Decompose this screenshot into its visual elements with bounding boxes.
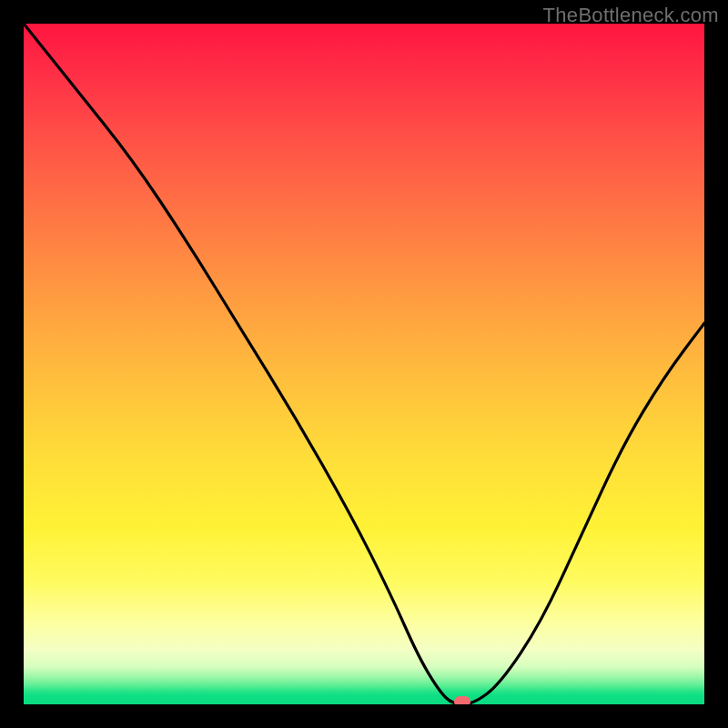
- plot-area: [24, 24, 704, 704]
- watermark-text: TheBottleneck.com: [543, 4, 719, 27]
- optimal-marker: [454, 696, 470, 704]
- chart-frame: TheBottleneck.com: [0, 0, 728, 728]
- bottleneck-curve: [24, 24, 704, 704]
